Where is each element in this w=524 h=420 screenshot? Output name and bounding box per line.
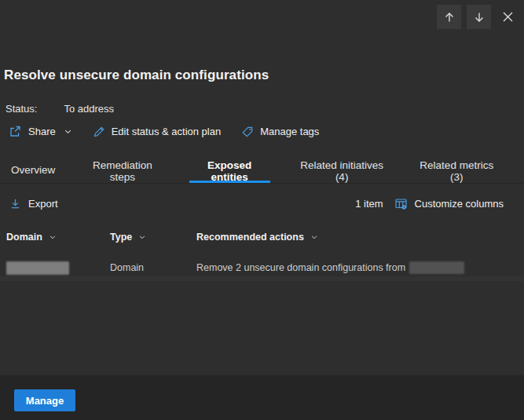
export-button[interactable]: Export	[9, 198, 58, 210]
command-bar: Share Edit status & action plan	[9, 125, 319, 138]
manage-button[interactable]: Manage	[14, 389, 75, 411]
chevron-down-icon	[49, 233, 57, 241]
redacted-target-value	[409, 261, 464, 274]
close-button[interactable]	[497, 6, 519, 28]
grid-toolbar: Export 1 item Customize columns	[0, 191, 524, 216]
manage-tags-label: Manage tags	[260, 126, 319, 137]
cell-recommended-action: Remove 2 unsecure domain configurations …	[196, 259, 518, 276]
column-header-domain[interactable]: Domain	[6, 232, 57, 243]
chevron-down-icon	[64, 127, 72, 136]
previous-item-button[interactable]	[437, 5, 461, 29]
customize-columns-label: Customize columns	[415, 198, 504, 210]
tab-related-initiatives[interactable]: Related initiatives (4)	[295, 155, 390, 183]
window-controls	[437, 5, 519, 29]
download-icon	[9, 198, 21, 210]
share-label: Share	[28, 126, 56, 137]
edit-status-label: Edit status & action plan	[112, 126, 221, 137]
tab-bar: Overview Remediation steps Exposed entit…	[0, 155, 524, 184]
redacted-domain-value	[6, 261, 69, 275]
chevron-down-icon	[310, 233, 318, 241]
column-label: Type	[110, 232, 132, 243]
table-row[interactable]: Domain Remove 2 unsecure domain configur…	[0, 259, 524, 281]
column-header-type[interactable]: Type	[110, 232, 146, 243]
edit-status-button[interactable]: Edit status & action plan	[93, 126, 221, 138]
next-item-button[interactable]	[467, 5, 491, 29]
recommended-action-text: Remove 2 unsecure domain configurations …	[196, 262, 405, 273]
arrow-down-icon	[473, 11, 486, 24]
share-button[interactable]: Share	[9, 125, 72, 138]
arrow-up-icon	[443, 11, 456, 24]
tab-related-metrics[interactable]: Related metrics (3)	[414, 155, 500, 183]
status-label: Status:	[5, 103, 37, 115]
close-icon	[502, 11, 514, 23]
tab-overview[interactable]: Overview	[10, 155, 56, 183]
customize-columns-icon	[394, 197, 408, 210]
column-label: Recommended actions	[196, 232, 304, 243]
tag-icon	[241, 126, 254, 138]
pencil-icon	[93, 126, 105, 138]
chevron-down-icon	[138, 233, 146, 241]
column-header-recommended-actions[interactable]: Recommended actions	[196, 232, 318, 243]
column-label: Domain	[6, 232, 42, 243]
tab-remediation-steps[interactable]: Remediation steps	[80, 155, 164, 183]
manage-tags-button[interactable]: Manage tags	[241, 126, 319, 138]
table-header: Domain Type Recommended action	[0, 232, 524, 250]
tab-exposed-entities[interactable]: Exposed entities	[189, 155, 270, 183]
page-title: Resolve unsecure domain configurations	[4, 68, 269, 83]
export-label: Export	[28, 198, 58, 210]
status-row: Status: To address	[5, 103, 114, 115]
flyout-panel: Resolve unsecure domain configurations S…	[0, 0, 524, 420]
cell-domain	[6, 259, 104, 276]
cell-type: Domain	[110, 259, 189, 276]
customize-columns-button[interactable]: Customize columns	[394, 197, 504, 210]
share-icon	[9, 125, 22, 138]
status-value: To address	[64, 103, 114, 115]
footer-bar: Manage	[0, 375, 524, 420]
item-count: 1 item	[355, 198, 383, 210]
